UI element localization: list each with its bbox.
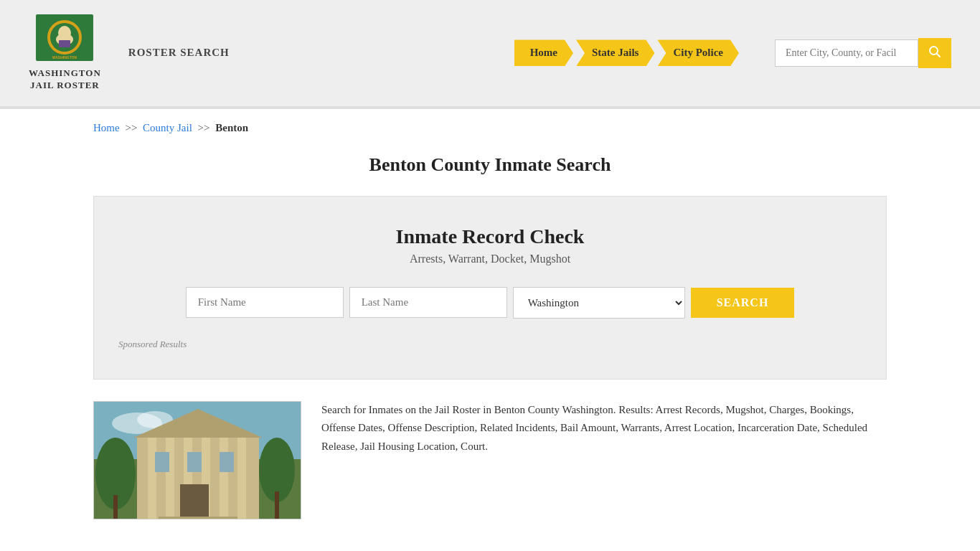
search-button[interactable]: SEARCH: [691, 288, 795, 318]
record-check-subtitle: Arrests, Warrant, Docket, Mugshot: [116, 253, 864, 265]
sponsored-label: Sponsored Results: [116, 339, 864, 350]
header-search-input[interactable]: [775, 39, 918, 67]
svg-rect-20: [237, 438, 246, 519]
svg-line-8: [937, 53, 941, 57]
breadcrumb-sep1: >>: [125, 122, 137, 133]
nav-city-police[interactable]: City Police: [657, 39, 739, 66]
svg-rect-25: [159, 517, 237, 519]
inmate-search-form: AlabamaAlaskaArizonaArkansasCaliforniaCo…: [116, 287, 864, 319]
site-header: WASHINGTON WASHINGTON JAIL ROSTER ROSTER…: [0, 0, 980, 106]
description-paragraph: Search for Inmates on the Jail Roster in…: [321, 401, 887, 456]
header-search-button[interactable]: [918, 38, 951, 68]
breadcrumb-county-jail[interactable]: County Jail: [143, 122, 192, 133]
svg-rect-27: [113, 495, 118, 519]
last-name-input[interactable]: [349, 287, 507, 318]
state-select[interactable]: AlabamaAlaskaArizonaArkansasCaliforniaCo…: [513, 287, 685, 319]
svg-rect-29: [275, 491, 279, 519]
svg-rect-19: [220, 438, 228, 519]
breadcrumb-home[interactable]: Home: [93, 122, 120, 133]
courthouse-image: [93, 401, 301, 519]
courthouse-svg: [94, 402, 301, 519]
page-title: Benton County Inmate Search: [0, 154, 980, 176]
record-check-box: Inmate Record Check Arrests, Warrant, Do…: [93, 196, 887, 380]
washington-flag-icon: WASHINGTON: [36, 14, 93, 65]
search-icon: [928, 45, 941, 58]
svg-rect-21: [155, 452, 169, 472]
roster-search-label: ROSTER SEARCH: [128, 47, 230, 59]
first-name-input[interactable]: [186, 287, 344, 318]
breadcrumb-sep2: >>: [198, 122, 210, 133]
svg-rect-22: [187, 452, 202, 472]
svg-rect-23: [220, 452, 234, 472]
nav-home[interactable]: Home: [514, 39, 573, 66]
svg-text:WASHINGTON: WASHINGTON: [52, 55, 77, 60]
svg-rect-16: [166, 438, 174, 519]
breadcrumb: Home >> County Jail >> Benton: [0, 109, 980, 141]
svg-rect-15: [148, 438, 156, 519]
content-area: Search for Inmates on the Jail Roster in…: [93, 401, 887, 519]
record-check-title: Inmate Record Check: [116, 225, 864, 248]
main-nav: Home State Jails City Police: [514, 39, 739, 66]
breadcrumb-current: Benton: [215, 122, 248, 133]
site-logo[interactable]: WASHINGTON WASHINGTON JAIL ROSTER: [29, 14, 101, 92]
nav-state-jails[interactable]: State Jails: [576, 39, 654, 66]
svg-rect-24: [180, 484, 209, 519]
svg-rect-5: [59, 40, 70, 47]
logo-text: WASHINGTON JAIL ROSTER: [29, 67, 101, 92]
content-description: Search for Inmates on the Jail Roster in…: [321, 401, 887, 519]
header-search-area: [775, 38, 951, 68]
